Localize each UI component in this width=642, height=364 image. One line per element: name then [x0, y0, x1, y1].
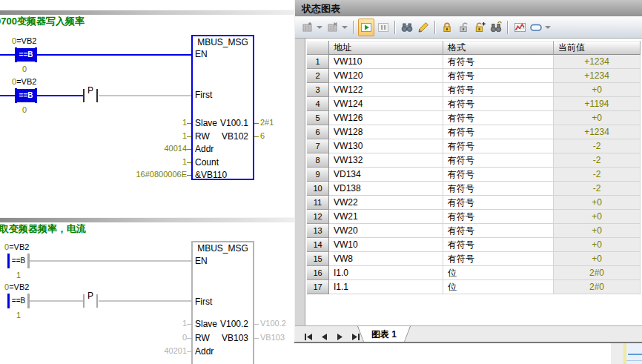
read-all-button[interactable] [400, 19, 414, 36]
current-value-cell[interactable]: +1234 [554, 125, 641, 139]
row-number-cell[interactable]: 14 [307, 238, 329, 252]
current-value-cell[interactable]: +1234 [554, 69, 641, 83]
bookmark-dropdown[interactable] [545, 26, 551, 29]
format-cell[interactable]: 有符号 [443, 224, 554, 238]
address-cell[interactable]: VW20 [329, 224, 443, 238]
network-divider[interactable] [0, 10, 294, 15]
format-cell[interactable]: 有符号 [443, 55, 554, 69]
row-number-cell[interactable]: 15 [307, 252, 329, 266]
address-cell[interactable]: VD134 [329, 168, 443, 182]
row-number-cell[interactable]: 10 [307, 182, 329, 196]
address-cell[interactable]: I1.1 [329, 280, 443, 294]
positive-edge-contact[interactable]: P [87, 85, 93, 96]
positive-edge-contact[interactable]: P [87, 291, 93, 301]
column-header-format[interactable]: 格式 [443, 41, 554, 55]
address-cell[interactable]: VW120 [329, 69, 443, 83]
format-cell[interactable]: 有符号 [443, 168, 554, 182]
address-cell[interactable]: VW132 [329, 153, 443, 168]
row-number-cell[interactable]: 16 [307, 266, 329, 280]
address-cell[interactable]: VW10 [329, 238, 443, 252]
current-value-cell[interactable]: +1234 [554, 55, 641, 69]
delete-chart-button[interactable] [325, 19, 340, 36]
force-new-value-button[interactable] [472, 19, 487, 36]
format-cell[interactable]: 有符号 [443, 69, 554, 83]
current-value-cell[interactable]: 2#0 [554, 280, 641, 294]
row-number-cell[interactable]: 8 [307, 153, 329, 168]
row-number-cell[interactable]: 5 [307, 111, 329, 125]
row-number-cell[interactable]: 7 [307, 139, 329, 153]
current-value-cell[interactable]: +0 [554, 111, 641, 125]
address-cell[interactable]: VW110 [329, 55, 443, 69]
network-divider[interactable] [0, 217, 294, 222]
row-number-cell[interactable]: 6 [307, 125, 329, 139]
format-cell[interactable]: 有符号 [443, 238, 554, 252]
window-title-bar[interactable]: 状态图表 [295, 0, 642, 17]
format-cell[interactable]: 位 [443, 266, 554, 280]
new-chart-dropdown[interactable] [317, 26, 322, 29]
read-forced-button[interactable] [489, 19, 503, 36]
delete-chart-dropdown[interactable] [342, 26, 348, 29]
row-number-cell[interactable]: 4 [307, 97, 329, 111]
current-value-cell[interactable]: 2#0 [554, 266, 641, 280]
previous-tab-button[interactable] [320, 331, 329, 339]
last-tab-button[interactable] [351, 331, 360, 339]
format-cell[interactable]: 有符号 [443, 196, 554, 210]
format-cell[interactable]: 有符号 [443, 83, 554, 97]
compare-contact[interactable]: ==B [17, 48, 35, 62]
table-corner-cell[interactable] [307, 41, 329, 55]
address-cell[interactable]: VW21 [329, 210, 443, 224]
compare-contact[interactable]: ==B [10, 254, 27, 268]
current-value-cell[interactable]: +0 [554, 252, 641, 266]
current-value-cell[interactable]: -2 [554, 139, 641, 153]
new-chart-button[interactable] [300, 19, 315, 36]
current-value-cell[interactable]: -2 [554, 168, 641, 182]
format-cell[interactable]: 有符号 [443, 97, 554, 111]
column-header-current-value[interactable]: 当前值 [554, 41, 641, 55]
start-chart-status-button[interactable] [358, 19, 374, 36]
current-value-cell[interactable]: +0 [554, 238, 641, 252]
row-number-cell[interactable]: 12 [307, 210, 329, 224]
row-number-cell[interactable]: 3 [307, 83, 329, 97]
force-button[interactable] [440, 19, 454, 36]
address-cell[interactable]: VW128 [329, 125, 443, 139]
row-number-cell[interactable]: 9 [307, 168, 329, 182]
row-number-cell[interactable]: 13 [307, 224, 329, 238]
address-cell[interactable]: VW8 [329, 252, 443, 266]
current-value-cell[interactable]: +0 [554, 83, 641, 97]
current-value-cell[interactable]: +0 [554, 224, 641, 238]
write-all-button[interactable] [416, 19, 431, 36]
address-cell[interactable]: I1.0 [329, 266, 443, 280]
format-cell[interactable]: 有符号 [443, 125, 554, 139]
first-tab-button[interactable] [304, 331, 314, 339]
row-number-cell[interactable]: 11 [307, 196, 329, 210]
address-cell[interactable]: VW122 [329, 83, 443, 97]
current-value-cell[interactable]: +0 [554, 196, 641, 210]
format-cell[interactable]: 有符号 [443, 182, 554, 196]
address-cell[interactable]: VD138 [329, 182, 443, 196]
bookmark-button[interactable] [529, 19, 543, 36]
address-cell[interactable]: VW130 [329, 139, 443, 153]
address-cell[interactable]: VW124 [329, 97, 443, 111]
format-cell[interactable]: 位 [443, 280, 554, 294]
format-cell[interactable]: 有符号 [443, 252, 554, 266]
format-cell[interactable]: 有符号 [443, 139, 554, 153]
format-cell[interactable]: 有符号 [443, 153, 554, 168]
unforce-button[interactable] [456, 19, 471, 36]
compare-contact[interactable]: ==B [10, 294, 27, 308]
address-cell[interactable]: VW126 [329, 111, 443, 125]
current-value-cell[interactable]: +1194 [554, 97, 641, 111]
compare-contact[interactable]: ==B [17, 89, 35, 102]
format-cell[interactable]: 有符号 [443, 210, 554, 224]
pause-chart-status-button[interactable] [376, 19, 391, 36]
row-number-cell[interactable]: 17 [307, 280, 329, 294]
format-cell[interactable]: 有符号 [443, 111, 554, 125]
column-header-address[interactable]: 地址 [329, 41, 443, 55]
chart-tab[interactable]: 图表 1 [357, 326, 411, 343]
current-value-cell[interactable]: -2 [554, 182, 641, 196]
current-value-cell[interactable]: -2 [554, 153, 641, 168]
row-number-cell[interactable]: 1 [307, 55, 329, 69]
row-number-cell[interactable]: 2 [307, 69, 329, 83]
current-value-cell[interactable]: +0 [554, 210, 641, 224]
trend-view-button[interactable] [512, 19, 527, 36]
next-tab-button[interactable] [335, 331, 345, 339]
